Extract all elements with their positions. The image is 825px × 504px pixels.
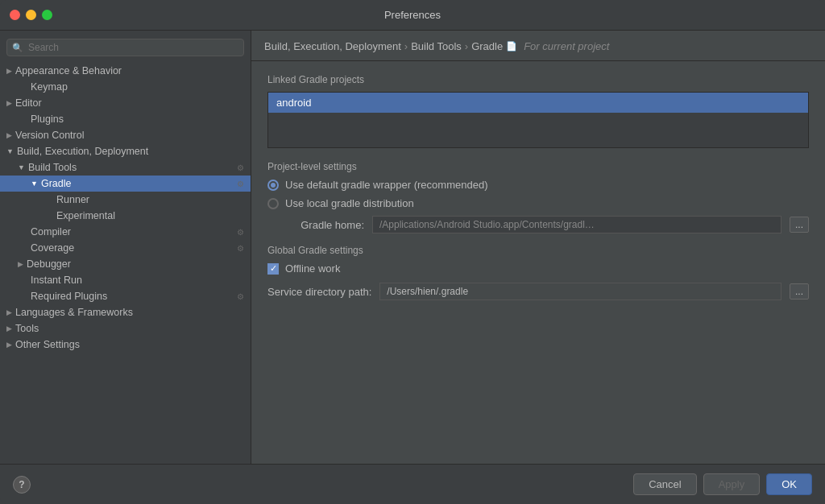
main-layout: 🔍 ▶Appearance & BehaviorKeymap▶EditorPlu… [0, 31, 825, 464]
arrow-icon: ▶ [6, 99, 12, 107]
sidebar-item-build-tools[interactable]: ▼Build Tools⚙ [0, 159, 251, 176]
footer-left: ? [13, 476, 31, 494]
sidebar-item-label: Plugins [31, 114, 64, 125]
sidebar-item-coverage[interactable]: Coverage⚙ [0, 240, 251, 256]
sidebar: 🔍 ▶Appearance & BehaviorKeymap▶EditorPlu… [0, 31, 251, 464]
radio-local-distribution-label: Use local gradle distribution [285, 197, 414, 209]
sidebar-item-plugins[interactable]: Plugins [0, 111, 251, 127]
radio-local-distribution[interactable] [267, 198, 279, 209]
offline-work-checkbox[interactable]: ✓ [267, 263, 279, 275]
search-input[interactable] [6, 39, 244, 56]
radio-default-wrapper-label: Use default gradle wrapper (recommended) [285, 179, 487, 191]
arrow-icon: ▼ [31, 180, 38, 188]
sidebar-item-label: Build Tools [28, 162, 77, 173]
sidebar-item-required-plugins[interactable]: Required Plugins⚙ [0, 288, 251, 304]
window-title: Preferences [384, 9, 441, 21]
breadcrumb-part-1: Build Tools [411, 40, 462, 52]
service-dir-browse-button[interactable]: ... [790, 283, 809, 300]
sidebar-item-settings-icon: ⚙ [237, 228, 244, 237]
radio-default-wrapper[interactable] [267, 180, 279, 191]
arrow-icon: ▶ [6, 67, 12, 75]
sidebar-item-settings-icon: ⚙ [237, 244, 244, 253]
arrow-icon: ▶ [6, 131, 12, 139]
sidebar-item-tools[interactable]: ▶Tools [0, 320, 251, 337]
sidebar-item-instant-run[interactable]: Instant Run [0, 272, 251, 288]
linked-projects-box: android [267, 92, 809, 148]
breadcrumb-for-project: For current project [524, 40, 609, 52]
search-icon: 🔍 [12, 43, 23, 53]
arrow-icon: ▼ [18, 163, 25, 171]
sidebar-item-label: Coverage [31, 242, 74, 254]
apply-button[interactable]: Apply [703, 473, 761, 495]
sidebar-item-label: Required Plugins [31, 291, 107, 302]
project-level-settings: Project-level settings Use default gradl… [267, 161, 809, 233]
close-button[interactable] [10, 10, 20, 20]
content-body: Linked Gradle projects android Project-l… [251, 61, 825, 464]
breadcrumb: Build, Execution, Deployment › Build Too… [251, 31, 825, 61]
sidebar-item-compiler[interactable]: Compiler⚙ [0, 224, 251, 240]
minimize-button[interactable] [26, 10, 36, 20]
sidebar-item-label: Languages & Frameworks [15, 307, 133, 318]
sidebar-item-label: Runner [56, 194, 89, 205]
radio-row-local-distribution: Use local gradle distribution [267, 197, 809, 209]
sidebar-item-other-settings[interactable]: ▶Other Settings [0, 337, 251, 353]
linked-project-android[interactable]: android [268, 93, 808, 113]
service-dir-label: Service directory path: [267, 286, 371, 298]
sidebar-item-label: Gradle [41, 178, 72, 189]
gradle-home-value: /Applications/Android Studio.app/Content… [372, 216, 781, 233]
gradle-home-row: Gradle home: /Applications/Android Studi… [267, 216, 809, 233]
global-gradle-settings: Global Gradle settings ✓ Offline work Se… [267, 245, 809, 300]
window-controls [10, 10, 52, 20]
sidebar-item-settings-icon: ⚙ [237, 292, 244, 301]
sidebar-item-label: Build, Execution, Deployment [17, 146, 148, 157]
cancel-button[interactable]: Cancel [633, 473, 696, 495]
sidebar-item-appearance[interactable]: ▶Appearance & Behavior [0, 63, 251, 79]
arrow-icon: ▶ [6, 308, 12, 316]
sidebar-item-label: Tools [15, 323, 39, 334]
offline-work-row: ✓ Offline work [267, 262, 809, 275]
content-panel: Build, Execution, Deployment › Build Too… [251, 31, 825, 464]
sidebar-item-label: Appearance & Behavior [15, 65, 122, 76]
arrow-icon: ▶ [6, 341, 12, 349]
sidebar-item-experimental[interactable]: Experimental [0, 208, 251, 224]
sidebar-item-label: Experimental [56, 210, 115, 221]
service-dir-row: Service directory path: ... [267, 283, 809, 300]
radio-row-default-wrapper: Use default gradle wrapper (recommended) [267, 179, 809, 191]
sidebar-item-runner[interactable]: Runner [0, 192, 251, 208]
arrow-icon: ▼ [6, 147, 14, 155]
sidebar-item-debugger[interactable]: ▶Debugger [0, 256, 251, 272]
breadcrumb-sep-1: › [465, 40, 468, 52]
sidebar-item-label: Editor [15, 97, 42, 109]
service-dir-input[interactable] [379, 283, 781, 300]
sidebar-item-version-control[interactable]: ▶Version Control [0, 127, 251, 143]
sidebar-item-label: Instant Run [31, 275, 82, 286]
gradle-home-browse-button[interactable]: ... [790, 217, 809, 233]
global-gradle-section-label: Global Gradle settings [267, 245, 809, 256]
sidebar-item-gradle[interactable]: ▼Gradle⚙ [0, 176, 251, 192]
help-button[interactable]: ? [13, 476, 31, 494]
search-box: 🔍 [6, 39, 244, 56]
project-level-section-label: Project-level settings [267, 161, 809, 172]
arrow-icon: ▶ [6, 324, 12, 333]
sidebar-item-settings-icon: ⚙ [237, 163, 244, 172]
sidebar-item-label: Version Control [15, 130, 84, 141]
arrow-icon: ▶ [18, 260, 23, 268]
offline-work-label: Offline work [285, 262, 340, 275]
sidebar-item-build-execution[interactable]: ▼Build, Execution, Deployment [0, 143, 251, 159]
linked-gradle-section-label: Linked Gradle projects [267, 74, 809, 85]
titlebar: Preferences [0, 0, 825, 31]
maximize-button[interactable] [42, 10, 52, 20]
sidebar-item-languages[interactable]: ▶Languages & Frameworks [0, 304, 251, 320]
sidebar-item-label: Debugger [27, 258, 71, 270]
ok-button[interactable]: OK [766, 473, 812, 495]
project-icon: 📄 [506, 41, 517, 52]
breadcrumb-part-2: Gradle [471, 40, 503, 52]
sidebar-item-label: Compiler [31, 226, 71, 238]
sidebar-item-editor[interactable]: ▶Editor [0, 95, 251, 111]
sidebar-item-keymap[interactable]: Keymap [0, 79, 251, 95]
sidebar-items-container: ▶Appearance & BehaviorKeymap▶EditorPlugi… [0, 63, 251, 353]
sidebar-item-label: Keymap [31, 81, 68, 93]
footer: ? Cancel Apply OK [0, 464, 825, 504]
sidebar-item-label: Other Settings [15, 339, 80, 350]
breadcrumb-part-0: Build, Execution, Deployment [264, 40, 401, 52]
